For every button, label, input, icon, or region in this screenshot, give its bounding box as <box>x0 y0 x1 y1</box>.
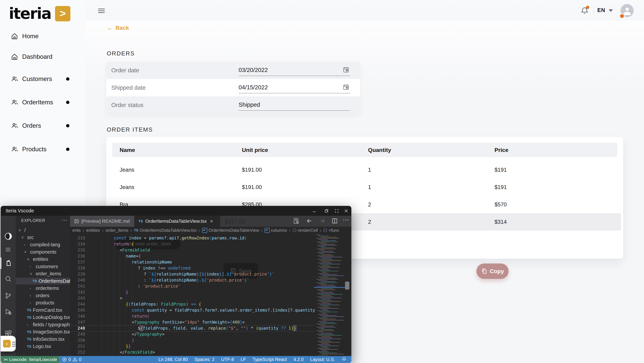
source-control-icon[interactable] <box>4 292 12 299</box>
column-header-name[interactable]: Name <box>120 143 135 157</box>
files-icon[interactable] <box>4 259 12 267</box>
tree-item-formcard-tsx[interactable]: TSFormCard.tsx <box>16 307 70 313</box>
line-number: 235 <box>70 247 85 253</box>
tree-item-components[interactable]: ∨components <box>16 249 70 255</box>
breadcrumb-item[interactable]: OrderItemsDataTableView <box>202 228 259 233</box>
tree-item-orderitems[interactable]: ›orderItems <box>16 285 70 292</box>
menu-icon[interactable] <box>4 246 12 253</box>
sidebar-item-products[interactable]: Products <box>0 142 85 157</box>
chevron-down-icon[interactable] <box>609 9 613 12</box>
editor-more-icon[interactable]: ⋯ <box>343 216 350 223</box>
lowcode-logo-icon[interactable] <box>4 232 12 240</box>
lowcode-launcher-badge[interactable]: › <box>1 336 16 351</box>
code-editor[interactable]: Add new order_item Save 233const index =… <box>70 234 351 356</box>
close-tab-icon[interactable]: × <box>210 218 213 224</box>
tree-item-infosection-tsx[interactable]: TSInfoSection.tsx <box>16 336 70 343</box>
tab-readme-preview[interactable]: [Preview] README.md <box>70 216 134 227</box>
tree-item-products[interactable]: ›products <box>16 299 70 306</box>
app-logo[interactable]: iteria <box>9 5 51 23</box>
remote-label: Lowcode: Iteria/Lowcode <box>9 357 57 362</box>
navigate-forward-icon[interactable] <box>319 218 326 225</box>
back-button[interactable]: ← Back <box>107 24 129 32</box>
status-bell-icon[interactable] <box>342 357 346 362</box>
remote-icon: >< <box>4 357 7 362</box>
tree-item-customers[interactable]: ›customers <box>16 263 70 270</box>
debug-icon[interactable] <box>4 308 12 315</box>
remote-indicator[interactable]: >< Lowcode: Iteria/Lowcode <box>1 356 59 363</box>
breadcrumb-item[interactable]: columns <box>264 228 287 233</box>
tree-item-src[interactable]: ∨src <box>16 234 70 241</box>
chevron-right-icon: › <box>24 243 25 247</box>
status-item[interactable]: Layout: U.S. <box>310 357 335 362</box>
minimap[interactable] <box>315 235 344 355</box>
table-row[interactable]: Jeans$191.001$191 <box>106 178 623 196</box>
sidebar-item-customers[interactable]: Customers <box>0 72 85 87</box>
breadcrumb-item[interactable]: entities <box>86 228 100 233</box>
tree-item-label: entities <box>33 256 48 262</box>
table-row[interactable]: Jeans$191.001$191 <box>106 161 623 178</box>
tab-orderitems-datatableview[interactable]: TS OrderItemsDataTableView.tsx × <box>134 216 220 227</box>
minimap-line <box>322 302 329 303</box>
open-preview-icon[interactable] <box>293 218 300 225</box>
copy-icon <box>481 268 488 274</box>
minimap-line <box>318 277 328 277</box>
close-icon[interactable] <box>343 208 349 214</box>
breadcrumb-item[interactable]: ⬡renderCell <box>293 228 318 233</box>
copy-button[interactable]: Copy <box>476 263 508 279</box>
tree-item-fields-typography[interactable]: ›fields / typography <box>16 321 70 328</box>
sidebar-item-orders[interactable]: Orders <box>0 118 85 133</box>
language-selector[interactable]: EN <box>597 7 605 13</box>
tree-item--[interactable]: ∨/ <box>16 227 70 234</box>
minimap-line <box>321 285 334 285</box>
menu-icon[interactable] <box>98 7 105 13</box>
cell-price: $191 <box>494 161 507 178</box>
status-item[interactable]: Spaces: 2 <box>194 357 214 362</box>
tree-item-compiled-lang[interactable]: ›compiled-lang <box>16 241 70 248</box>
minimap-line <box>318 351 329 352</box>
status-item[interactable]: LF <box>240 357 246 362</box>
status-item[interactable]: TypeScript React <box>252 357 287 362</box>
tree-item-imagesection-tsx[interactable]: TSImageSection.tsx <box>16 328 70 335</box>
field-input[interactable]: 04/15/2022 <box>238 79 350 93</box>
explorer-more-icon[interactable]: ⋯ <box>62 217 68 223</box>
field-input[interactable]: 03/20/2022 <box>238 62 350 76</box>
navigate-back-icon[interactable] <box>306 218 313 225</box>
tree-item-orders[interactable]: ›orders <box>16 292 70 299</box>
field-input[interactable]: Shipped <box>238 96 350 111</box>
breadcrumb-item[interactable]: ⬡<func <box>323 228 339 233</box>
fullscreen-icon[interactable] <box>334 208 340 214</box>
breadcrumb-item[interactable]: ents <box>72 228 80 233</box>
restore-window-icon[interactable] <box>324 208 329 214</box>
chevron-down-icon: ∨ <box>18 228 21 232</box>
split-editor-icon[interactable] <box>331 218 339 225</box>
sidebar-item-home[interactable]: Home <box>0 29 85 44</box>
calendar-icon[interactable] <box>343 83 349 91</box>
vscode-titlebar[interactable] <box>1 206 351 216</box>
minimap-line <box>318 324 325 325</box>
column-header-unit-price[interactable]: Unit price <box>242 143 268 157</box>
minimap-line <box>320 267 339 268</box>
sidebar-item-dashboard[interactable]: Dashboard <box>0 49 85 64</box>
status-item[interactable]: Ln 248, Col 80 <box>158 357 188 362</box>
status-item[interactable]: UTF-8 <box>221 357 234 362</box>
status-item[interactable]: 4.2.0 <box>294 357 304 362</box>
tree-item-order-items[interactable]: ∨order_items <box>16 270 70 277</box>
breadcrumb-item[interactable]: TSOrderItemsDataTableView.tsx <box>134 228 197 233</box>
tree-item-logo-tsx[interactable]: TSLogo.tsx <box>16 343 70 350</box>
column-header-price[interactable]: Price <box>494 143 508 157</box>
search-icon[interactable] <box>4 275 12 282</box>
calendar-icon[interactable] <box>343 66 349 73</box>
problems-indicator[interactable]: 0 0 <box>62 357 82 362</box>
minimize-icon[interactable] <box>311 208 317 214</box>
tree-item-lookupdialog-tsx[interactable]: TSLookupDialog.tsx <box>16 314 70 321</box>
minimap-line <box>319 253 324 254</box>
tree-item-entities[interactable]: ∨entities <box>16 256 70 263</box>
chevron-right-icon: › <box>30 301 31 305</box>
scrollbar-handle[interactable] <box>345 281 349 289</box>
column-header-quantity[interactable]: Quantity <box>368 143 391 157</box>
minimap-line <box>317 334 334 334</box>
sidebar-item-orderitems[interactable]: OrderItems <box>0 95 85 110</box>
ts-icon: TS <box>134 228 138 232</box>
tree-item-orderitemsdat-[interactable]: TSOrderItemsDat... <box>16 278 70 284</box>
breadcrumb-item[interactable]: order_items <box>106 228 128 233</box>
